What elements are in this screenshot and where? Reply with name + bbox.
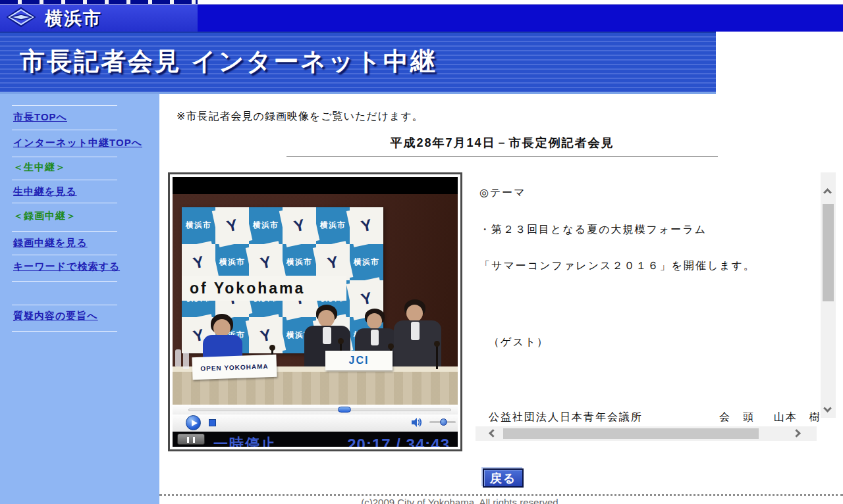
backdrop-city-cell: 横浜市 bbox=[182, 207, 215, 244]
sidebar-divider bbox=[12, 331, 117, 332]
scroll-up-icon[interactable] bbox=[823, 188, 832, 197]
sidebar-divider bbox=[12, 281, 117, 282]
backdrop-city-cell: 横浜市 bbox=[316, 207, 350, 244]
details-panel: ◎テーマ ・第２３回目となる夏の大規模フォーラム 「サマーコンファレンス２０１６… bbox=[474, 172, 820, 426]
backdrop-caption: of Yokohama bbox=[182, 276, 346, 301]
water-bottle bbox=[175, 349, 181, 366]
sidebar-item-watch-live[interactable]: 生中継を見る bbox=[13, 186, 77, 198]
sidebar: 市長TOPへ インターネット中継TOPへ ＜生中継＞ 生中継を見る ＜録画中継＞… bbox=[0, 94, 159, 504]
theme-line-1: ・第２３回目となる夏の大規模フォーラム bbox=[479, 223, 707, 237]
player-status-bar: 一時停止 20:17 / 34:43 bbox=[173, 432, 458, 447]
volume-thumb[interactable] bbox=[440, 418, 447, 426]
guest-role: 会 頭 bbox=[719, 411, 755, 424]
volume-icon[interactable] bbox=[411, 417, 423, 428]
guest-org: 公益社団法人日本青年会議所 bbox=[489, 411, 643, 424]
scroll-left-icon[interactable] bbox=[489, 429, 497, 438]
yokohama-city-emblem-icon bbox=[7, 7, 36, 30]
backdrop-logo-cell: Y bbox=[346, 207, 383, 247]
sidebar-divider bbox=[12, 255, 117, 255]
scroll-right-icon[interactable] bbox=[792, 429, 801, 438]
pause-status-label: 一時停止 bbox=[213, 434, 277, 447]
backdrop-city-cell: 横浜市 bbox=[283, 244, 316, 281]
table-sign-open-yokohama: OPEN YOKOHAMA bbox=[192, 355, 277, 380]
stop-button[interactable] bbox=[209, 419, 216, 426]
yokohama-logo-link[interactable]: 横浜市 bbox=[0, 5, 198, 32]
play-button[interactable] bbox=[186, 415, 201, 430]
backdrop-city-cell: 横浜市 bbox=[249, 207, 283, 244]
vertical-scrollbar[interactable] bbox=[821, 172, 836, 418]
sidebar-divider bbox=[12, 105, 117, 106]
seek-thumb[interactable] bbox=[338, 407, 351, 413]
title-underline bbox=[286, 156, 718, 157]
backdrop-city-cell: 横浜市 bbox=[215, 244, 249, 281]
sidebar-divider bbox=[12, 203, 117, 203]
backdrop-logo-cell: Y bbox=[279, 207, 319, 247]
footer-divider bbox=[159, 494, 843, 496]
theme-heading: ◎テーマ bbox=[479, 186, 526, 200]
horizontal-scrollbar[interactable] bbox=[476, 426, 817, 441]
city-name-label: 横浜市 bbox=[45, 7, 102, 30]
player-controls bbox=[173, 415, 458, 432]
backdrop-logo-cell: Y bbox=[212, 207, 252, 247]
time-display: 20:17 / 34:43 bbox=[347, 434, 450, 447]
vertical-scroll-thumb[interactable] bbox=[823, 204, 834, 301]
copyright-text: (c)2009 City of Yokohama. All rights res… bbox=[277, 497, 645, 504]
seek-track[interactable] bbox=[188, 409, 451, 411]
sidebar-divider bbox=[12, 157, 117, 157]
page-banner: 市長記者会見 インターネット中継 bbox=[0, 32, 716, 94]
sidebar-divider bbox=[12, 305, 117, 305]
microphone-icon bbox=[436, 345, 438, 369]
sidebar-divider bbox=[12, 130, 117, 130]
scroll-down-icon[interactable] bbox=[823, 404, 832, 413]
sidebar-heading-recorded: ＜録画中継＞ bbox=[13, 210, 76, 222]
guest-name: 山本 樹 bbox=[774, 411, 820, 424]
sidebar-item-keyword-search[interactable]: キーワードで検索する bbox=[13, 261, 120, 273]
sidebar-item-watch-recorded[interactable]: 録画中継を見る bbox=[13, 237, 88, 249]
page: 横浜市 市長記者会見 インターネット中継 市長TOPへ インターネット中継TOP… bbox=[0, 0, 843, 504]
guest-heading: （ゲスト） bbox=[489, 336, 549, 349]
sidebar-divider bbox=[12, 231, 117, 232]
volume-slider[interactable] bbox=[429, 421, 456, 423]
video-screen[interactable]: 横浜市Y横浜市Y横浜市YY横浜市Y横浜市Y横浜市横浜市Y横浜市Y横浜市YY横浜市… bbox=[173, 177, 458, 405]
top-bar: 横浜市 bbox=[0, 4, 843, 32]
sidebar-item-mayor-top[interactable]: 市長TOPへ bbox=[13, 111, 67, 124]
video-scene: 横浜市Y横浜市Y横浜市YY横浜市Y横浜市Y横浜市横浜市Y横浜市Y横浜市YY横浜市… bbox=[173, 194, 458, 405]
video-player: 横浜市Y横浜市Y横浜市YY横浜市Y横浜市Y横浜市横浜市Y横浜市Y横浜市YY横浜市… bbox=[168, 172, 462, 451]
horizontal-scroll-thumb[interactable] bbox=[503, 428, 759, 439]
sidebar-divider bbox=[12, 180, 117, 180]
backdrop-city-cell: 横浜市 bbox=[350, 244, 383, 281]
backdrop-logo-cell: Y bbox=[246, 314, 286, 353]
seek-bar[interactable] bbox=[173, 405, 458, 415]
notice-text: ※市長記者会見の録画映像をご覧いただけます。 bbox=[177, 110, 423, 124]
sidebar-item-internet-top[interactable]: インターネット中継TOPへ bbox=[13, 137, 142, 149]
sidebar-heading-live: ＜生中継＞ bbox=[13, 161, 66, 174]
pause-button[interactable] bbox=[177, 434, 205, 445]
back-button[interactable]: 戻る bbox=[483, 468, 524, 488]
theme-line-2: 「サマーコンファレンス２０１６」を開催します。 bbox=[479, 259, 755, 273]
table-sign-jci: JCI bbox=[325, 351, 393, 370]
sidebar-item-qa-summary[interactable]: 質疑内容の要旨へ bbox=[13, 310, 98, 322]
water-bottle bbox=[183, 352, 189, 369]
page-title: 平成28年7月14日－市長定例記者会見 bbox=[286, 135, 718, 151]
banner-title: 市長記者会見 インターネット中継 bbox=[20, 45, 437, 78]
